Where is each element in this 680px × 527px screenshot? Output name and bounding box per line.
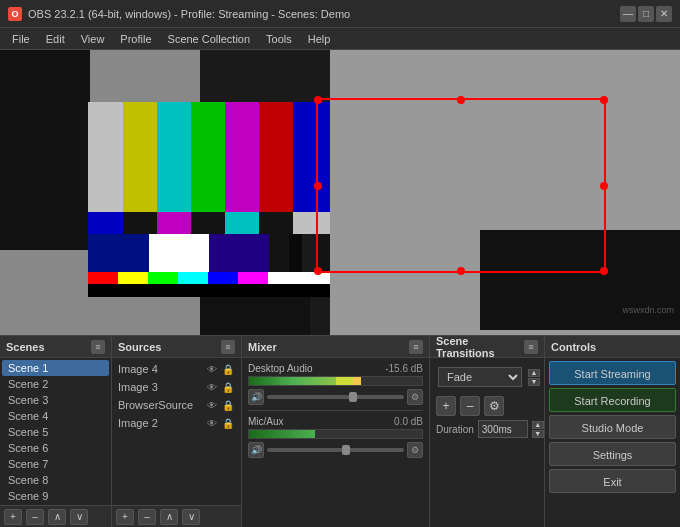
scene-item-7[interactable]: Scene 7 — [2, 456, 109, 472]
scene-remove-button[interactable]: – — [26, 509, 44, 525]
start-recording-button[interactable]: Start Recording — [549, 388, 676, 412]
menu-profile[interactable]: Profile — [112, 31, 159, 47]
scene-item-2[interactable]: Scene 2 — [2, 376, 109, 392]
sources-config-icon[interactable]: ≡ — [221, 340, 235, 354]
mixer-desktop-gear[interactable]: ⚙ — [407, 389, 423, 405]
mixer-mic-controls: 🔊 ⚙ — [248, 442, 423, 458]
scene-item-5[interactable]: Scene 5 — [2, 424, 109, 440]
mixer-desktop-mute[interactable]: 🔊 — [248, 389, 264, 405]
svg-rect-5 — [225, 102, 259, 212]
scene-item-9[interactable]: Scene 9 — [2, 488, 109, 504]
minimize-button[interactable]: — — [620, 6, 636, 22]
mixer-mic-bar — [248, 429, 423, 439]
source-label: Image 2 — [118, 417, 158, 429]
handle-top-right[interactable] — [600, 96, 608, 104]
mixer-mic-slider-thumb — [342, 445, 350, 455]
lock-icon-3[interactable]: 🔒 — [221, 398, 235, 412]
transition-gear-button[interactable]: ⚙ — [484, 396, 504, 416]
transition-type-select[interactable]: Fade Cut Slide — [438, 367, 522, 387]
mixer-desktop-label-row: Desktop Audio -15.6 dB — [248, 363, 423, 374]
duration-spin-down[interactable]: ▼ — [532, 430, 544, 438]
start-streaming-button[interactable]: Start Streaming — [549, 361, 676, 385]
eye-icon-2[interactable]: 👁 — [205, 380, 219, 394]
duration-input[interactable] — [478, 420, 528, 438]
scenes-config-icon[interactable]: ≡ — [91, 340, 105, 354]
controls-header: Controls — [545, 336, 680, 358]
mixer-header: Mixer ≡ — [242, 336, 429, 358]
scene-item-6[interactable]: Scene 6 — [2, 440, 109, 456]
transitions-header-icons: ≡ — [524, 340, 538, 354]
studio-mode-button[interactable]: Studio Mode — [549, 415, 676, 439]
lock-icon-4[interactable]: 🔒 — [221, 416, 235, 430]
maximize-button[interactable]: □ — [638, 6, 654, 22]
scene-down-button[interactable]: ∨ — [70, 509, 88, 525]
duration-row: Duration ▲ ▼ — [432, 418, 542, 440]
source-add-button[interactable]: + — [116, 509, 134, 525]
menu-edit[interactable]: Edit — [38, 31, 73, 47]
menu-scene-collection[interactable]: Scene Collection — [160, 31, 259, 47]
transition-remove-button[interactable]: – — [460, 396, 480, 416]
svg-rect-2 — [123, 102, 157, 212]
source-label: Image 3 — [118, 381, 158, 393]
source-remove-button[interactable]: – — [138, 509, 156, 525]
scene-item-8[interactable]: Scene 8 — [2, 472, 109, 488]
scene-item-3[interactable]: Scene 3 — [2, 392, 109, 408]
exit-button[interactable]: Exit — [549, 469, 676, 493]
scenes-panel: Scenes ≡ Scene 1 Scene 2 Scene 3 Scene 4… — [0, 336, 112, 527]
transition-spin-up[interactable]: ▲ — [528, 369, 540, 377]
title-bar-left: O OBS 23.2.1 (64-bit, windows) - Profile… — [8, 7, 350, 21]
lock-icon-2[interactable]: 🔒 — [221, 380, 235, 394]
svg-rect-6 — [259, 102, 293, 212]
title-bar-controls: — □ ✕ — [620, 6, 672, 22]
handle-bottom-left[interactable] — [314, 267, 322, 275]
close-button[interactable]: ✕ — [656, 6, 672, 22]
menu-file[interactable]: File — [4, 31, 38, 47]
svg-rect-16 — [149, 234, 209, 272]
source-up-button[interactable]: ∧ — [160, 509, 178, 525]
mixer-mic-gear[interactable]: ⚙ — [407, 442, 423, 458]
transition-spin-down[interactable]: ▼ — [528, 378, 540, 386]
mixer-desktop-volume-slider[interactable] — [267, 395, 404, 399]
watermark: wswxdn.com — [622, 305, 674, 315]
sources-header-icons: ≡ — [221, 340, 235, 354]
sources-footer: + – ∧ ∨ — [112, 505, 241, 527]
sources-list: Image 4 👁 🔒 Image 3 👁 🔒 BrowserSource 👁 … — [112, 358, 241, 505]
svg-rect-15 — [88, 234, 149, 272]
transition-add-button[interactable]: + — [436, 396, 456, 416]
svg-rect-3 — [157, 102, 191, 212]
lock-icon[interactable]: 🔒 — [221, 362, 235, 376]
eye-icon-4[interactable]: 👁 — [205, 416, 219, 430]
duration-spin-up[interactable]: ▲ — [532, 421, 544, 429]
source-item-browsersource[interactable]: BrowserSource 👁 🔒 — [114, 396, 239, 414]
source-item-image4[interactable]: Image 4 👁 🔒 — [114, 360, 239, 378]
menu-view[interactable]: View — [73, 31, 113, 47]
eye-icon-3[interactable]: 👁 — [205, 398, 219, 412]
scene-item-1[interactable]: Scene 1 — [2, 360, 109, 376]
mixer-mic-volume-slider[interactable] — [267, 448, 404, 452]
scene-add-button[interactable]: + — [4, 509, 22, 525]
handle-mid-right[interactable] — [600, 182, 608, 190]
transitions-config-icon[interactable]: ≡ — [524, 340, 538, 354]
mixer-desktop-bar — [248, 376, 423, 386]
scene-up-button[interactable]: ∧ — [48, 509, 66, 525]
menu-help[interactable]: Help — [300, 31, 339, 47]
handle-mid-left[interactable] — [314, 182, 322, 190]
source-icons-4: 👁 🔒 — [205, 416, 235, 430]
scene-item-4[interactable]: Scene 4 — [2, 408, 109, 424]
settings-button[interactable]: Settings — [549, 442, 676, 466]
handle-top-left[interactable] — [314, 96, 322, 104]
menu-bar: File Edit View Profile Scene Collection … — [0, 28, 680, 50]
menu-tools[interactable]: Tools — [258, 31, 300, 47]
handle-bottom-right[interactable] — [600, 267, 608, 275]
mixer-mic-mute[interactable]: 🔊 — [248, 442, 264, 458]
title-bar: O OBS 23.2.1 (64-bit, windows) - Profile… — [0, 0, 680, 28]
source-down-button[interactable]: ∨ — [182, 509, 200, 525]
handle-top-mid[interactable] — [457, 96, 465, 104]
mixer-config-icon[interactable]: ≡ — [409, 340, 423, 354]
handle-bottom-mid[interactable] — [457, 267, 465, 275]
eye-icon[interactable]: 👁 — [205, 362, 219, 376]
svg-rect-23 — [88, 272, 118, 284]
source-item-image3[interactable]: Image 3 👁 🔒 — [114, 378, 239, 396]
mixer-content: Desktop Audio -15.6 dB 🔊 — [242, 358, 429, 527]
source-item-image2[interactable]: Image 2 👁 🔒 — [114, 414, 239, 432]
